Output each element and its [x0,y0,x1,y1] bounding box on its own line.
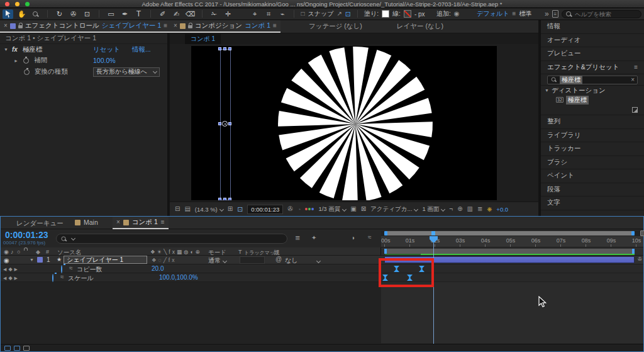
prop-value[interactable]: 100.0% [93,57,116,64]
tab-footage[interactable]: フッテージ (なし) [309,22,362,31]
close-tab-icon[interactable]: × [4,23,8,29]
exposure-value[interactable]: +0.0 [496,206,508,213]
graph-editor-icon[interactable]: ≈ [368,234,372,241]
conversion-type-dropdown[interactable]: 長方形から極線へ [93,67,160,77]
workspace-standard-button[interactable]: 標準 [519,9,531,18]
parent-pickwhip-icon[interactable]: @ [275,256,282,263]
comp-button-icon[interactable]: ✇ [638,257,642,262]
statusbar-timecode[interactable]: 0:00:01:23 [247,205,283,214]
current-timecode[interactable]: 0:00:01:23 [5,230,48,240]
new-animation-preset-icon[interactable] [632,107,638,113]
panel-paint[interactable]: ペイント [541,169,644,183]
close-tab-icon[interactable]: × [116,219,120,225]
panel-preview[interactable]: プレビュー [541,47,644,61]
puppet-pin-tool[interactable]: ✛ [223,9,233,19]
expand-prop-icon[interactable]: ► [14,59,18,63]
stroke-label[interactable]: 線: [392,9,401,18]
timeline-search-field[interactable] [56,234,287,244]
work-area-bar[interactable] [384,249,635,254]
help-search-input[interactable] [575,11,638,18]
camera-tool[interactable]: ✇ [68,9,79,19]
clear-search-icon[interactable]: × [631,77,635,83]
grid-guides-icon[interactable]: ⊞ [228,206,233,212]
sync-settings-icon[interactable]: ≡ [552,10,558,18]
selection-handle[interactable] [228,198,231,200]
timeline-navigator[interactable] [381,231,643,236]
panel-menu-icon[interactable]: ≡ [273,23,277,29]
effect-name[interactable]: 極座標 [23,45,43,54]
clone-stamp-tool[interactable]: ✍ [171,9,182,19]
effect-list-item[interactable]: 極座標 [566,96,589,105]
camera-view-dropdown[interactable]: アクティブカ... [370,205,418,213]
stopwatch-icon[interactable] [24,69,30,75]
workspace-default-menu-icon[interactable]: ≡ [512,11,516,17]
prop-label[interactable]: コピー数 [77,265,102,274]
more-workspaces-icon[interactable]: » [545,10,549,18]
layer-label-chip[interactable] [37,257,43,263]
reset-exposure-icon[interactable]: ❋ [487,206,492,213]
stopwatch-icon[interactable] [23,58,29,64]
layer-visibility-toggle[interactable]: ◉ [4,257,9,264]
time-ruler[interactable]: :00s 01s 02s 03s 04s 05s 06s 07s 08s 09s… [381,236,643,247]
snap-options-icon[interactable]: ↗ [336,11,341,17]
panel-character[interactable]: 文字 [541,196,644,210]
channels-icon[interactable] [305,208,314,210]
layer-name[interactable]: シェイプレイヤー 1 [64,256,147,264]
selection-handle[interactable] [228,122,231,125]
lock-icon[interactable] [188,25,192,28]
panel-libraries[interactable]: ライブラリ [541,129,644,143]
brainstorm-icon[interactable]: ✦ [311,235,316,241]
snapshot-icon[interactable]: ✇ [287,206,292,212]
tab-timeline-comp[interactable]: × コンポ 1 ≡ [113,217,169,229]
flowchart-icon[interactable]: ≣ [477,206,482,212]
pen-tool[interactable]: ✒ [119,9,130,19]
panel-menu-icon[interactable]: ≡ [161,219,165,225]
expand-layer-switches-icon[interactable] [4,346,11,351]
expand-layer-icon[interactable]: ▼ [30,258,34,262]
expression-graph-icon[interactable]: ≈ [60,274,64,280]
panel-menu-icon[interactable]: ≡ [634,64,638,71]
tab-main[interactable]: Main [75,219,98,226]
navigator-start-handle[interactable] [384,231,387,236]
parent-dropdown[interactable]: なし [285,256,320,265]
expand-inout-icon[interactable] [23,346,30,351]
always-preview-icon[interactable]: ⊟ [175,206,180,212]
panel-effects-presets[interactable]: エフェクト&プリセット ≡ [541,61,644,75]
effects-search-value[interactable]: 極座標 [560,76,582,84]
prop-value[interactable]: 100.0,100.0% [159,274,198,281]
layer-switches[interactable]: ❖◌╱fx [152,257,176,263]
resolution-dropdown[interactable]: 1/3 画質 [318,205,346,213]
selection-handle[interactable] [218,122,221,125]
hand-tool[interactable]: ✋ [16,9,27,19]
fill-label[interactable]: 塗り: [364,9,379,18]
collapse-group-icon[interactable]: ▼ [545,88,549,93]
region-of-interest-icon[interactable]: ⊡ [237,205,243,213]
panel-audio[interactable]: オーディオ [541,34,644,48]
prop-value[interactable]: 20.0 [152,265,164,272]
target-region-icon[interactable]: ▣ [350,206,356,212]
fill-color-swatch[interactable] [382,10,389,18]
add-menu-icon[interactable]: ◉ [454,11,460,17]
stopwatch-icon[interactable] [61,265,62,273]
live-update-icon[interactable]: ◗ [352,235,355,241]
transparency-grid-icon[interactable]: ⊠ [361,206,366,212]
blend-mode-dropdown[interactable]: 通常 [208,256,237,265]
snap-checkbox[interactable]: □ [301,11,304,17]
panel-tracker[interactable]: トラッカー [541,142,644,156]
keyframe-navigator[interactable]: ◀◆▶ [3,275,18,281]
selection-handle[interactable] [218,47,221,50]
trkmat-dropdown[interactable] [240,256,265,264]
comp-canvas[interactable] [191,46,497,200]
expression-graph-icon[interactable]: ≈ [69,265,73,271]
type-tool[interactable]: T [133,9,144,19]
shape-tool[interactable]: ▭ [106,9,116,19]
rotate-tool[interactable]: ↻ [54,9,65,19]
keyframe-navigator[interactable]: ◀◆▶ [3,266,18,272]
lock-icon[interactable] [18,25,23,28]
selection-handle[interactable] [218,198,221,200]
pan-behind-tool[interactable]: ⊡ [82,9,92,19]
close-tab-icon[interactable]: × [174,23,177,29]
navigator-playhead[interactable] [431,231,435,236]
panel-menu-icon[interactable]: ≡ [164,23,167,29]
workspace-default-button[interactable]: デフォルト [477,9,509,18]
